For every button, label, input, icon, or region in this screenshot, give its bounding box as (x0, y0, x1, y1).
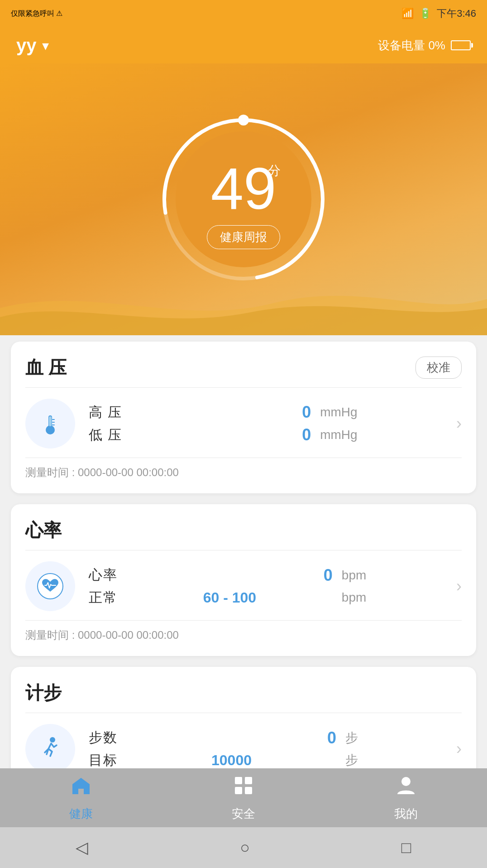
user-title[interactable]: yy (16, 35, 37, 56)
normal-unit: bpm (342, 590, 443, 605)
calibrate-button[interactable]: 校准 (415, 357, 462, 379)
low-pressure-value: 0 (217, 425, 311, 444)
steps-icon-circle (25, 724, 75, 774)
steps-label: 步数 (89, 728, 202, 747)
hr-data-grid: 心率 0 bpm 正常 60 - 100 bpm (89, 566, 443, 607)
normal-range: 60 - 100 (203, 589, 333, 606)
high-pressure-label: 高 压 (89, 403, 208, 422)
user-icon (395, 774, 417, 802)
hr-arrow[interactable]: › (456, 577, 462, 596)
rate-value: 0 (203, 566, 333, 585)
hr-card-header: 心率 (25, 518, 462, 550)
svg-rect-7 (52, 422, 55, 423)
rate-label: 心率 (89, 566, 194, 584)
wave-decoration (0, 281, 487, 335)
target-value: 10000 (211, 752, 336, 769)
nav-item-safety[interactable]: 安全 (162, 768, 325, 827)
steps-value: 0 (211, 728, 336, 747)
time: 下午3:46 (437, 7, 476, 20)
svg-rect-13 (235, 787, 242, 794)
svg-rect-14 (245, 787, 252, 794)
heartrate-icon (37, 573, 64, 600)
score-unit: 分 (268, 162, 281, 179)
hr-time: 测量时间 : 0000-00-00 00:00:00 (25, 620, 462, 642)
nav-safety-label: 安全 (232, 806, 255, 822)
thermometer-icon (37, 410, 64, 437)
running-icon (37, 735, 64, 762)
header-left[interactable]: yy ▾ (16, 35, 49, 56)
high-pressure-value: 0 (217, 403, 311, 422)
steps-data-grid: 步数 0 步 目标 10000 步 (89, 728, 443, 770)
bp-data-grid: 高 压 0 mmHg 低 压 0 mmHg (89, 403, 443, 444)
home-button[interactable]: ○ (240, 838, 250, 857)
nav-item-health[interactable]: 健康 (0, 768, 162, 827)
score-inner: 分 49 健康周报 (176, 131, 311, 267)
svg-point-10 (50, 737, 55, 743)
steps-arrow[interactable]: › (456, 739, 462, 758)
hr-card-body: 心率 0 bpm 正常 60 - 100 bpm › (25, 561, 462, 611)
back-button[interactable]: ◁ (76, 838, 88, 857)
bp-card-header: 血 压 校准 (25, 355, 462, 388)
target-label: 目标 (89, 751, 202, 770)
system-nav: ◁ ○ □ (0, 827, 487, 868)
steps-card-body: 步数 0 步 目标 10000 步 › (25, 724, 462, 774)
normal-label: 正常 (89, 588, 194, 607)
hero-section: 分 49 健康周报 (0, 63, 487, 335)
steps-unit: 步 (345, 729, 443, 747)
header-right: 设备电量 0% (378, 38, 471, 53)
bp-time: 测量时间 : 0000-00-00 00:00:00 (25, 458, 462, 480)
rate-unit: bpm (342, 568, 443, 583)
steps-title: 计步 (25, 680, 62, 705)
svg-rect-12 (245, 777, 252, 784)
hr-title: 心率 (25, 518, 62, 543)
emergency-text: 仅限紧急呼叫 ⚠ (11, 9, 62, 19)
blood-pressure-card: 血 压 校准 高 压 0 mmHg 低 压 0 (11, 342, 476, 493)
bp-card-body: 高 压 0 mmHg 低 压 0 mmHg › (25, 399, 462, 448)
score-circle-container: 分 49 健康周报 (158, 113, 329, 285)
home-icon (70, 774, 92, 802)
high-pressure-unit: mmHg (320, 405, 443, 420)
score-number: 49 (211, 159, 277, 218)
health-report-button[interactable]: 健康周报 (207, 225, 280, 249)
low-pressure-unit: mmHg (320, 428, 443, 442)
svg-rect-8 (52, 424, 55, 425)
nav-mine-label: 我的 (394, 806, 418, 822)
bp-icon-circle (25, 399, 75, 448)
bp-title: 血 压 (25, 355, 67, 380)
header: yy ▾ 设备电量 0% (0, 27, 487, 63)
svg-point-2 (238, 115, 249, 125)
wifi-icon: 📶 (401, 8, 414, 19)
low-pressure-label: 低 压 (89, 426, 208, 444)
bp-arrow[interactable]: › (456, 414, 462, 433)
recent-button[interactable]: □ (401, 838, 411, 857)
target-unit: 步 (345, 752, 443, 769)
safety-icon (232, 774, 255, 802)
steps-card-header: 计步 (25, 680, 462, 713)
device-battery-label: 设备电量 0% (378, 38, 445, 53)
battery-icon-status: 🔋 (419, 8, 431, 19)
nav-health-label: 健康 (69, 806, 93, 822)
device-battery-icon (451, 40, 471, 50)
status-bar: 仅限紧急呼叫 ⚠ 📶 🔋 下午3:46 (0, 0, 487, 27)
svg-rect-5 (49, 416, 52, 426)
dropdown-icon[interactable]: ▾ (42, 38, 49, 53)
status-bar-right: 📶 🔋 下午3:46 (401, 7, 476, 20)
svg-point-15 (401, 777, 411, 786)
hr-icon-circle (25, 561, 75, 611)
nav-item-mine[interactable]: 我的 (325, 768, 487, 827)
heart-rate-card: 心率 心率 0 bpm 正常 60 - 100 bpm › 测量时间 : 00 (11, 504, 476, 656)
svg-rect-11 (235, 777, 242, 784)
svg-rect-6 (52, 419, 55, 420)
bottom-nav: 健康 安全 我的 (0, 768, 487, 827)
